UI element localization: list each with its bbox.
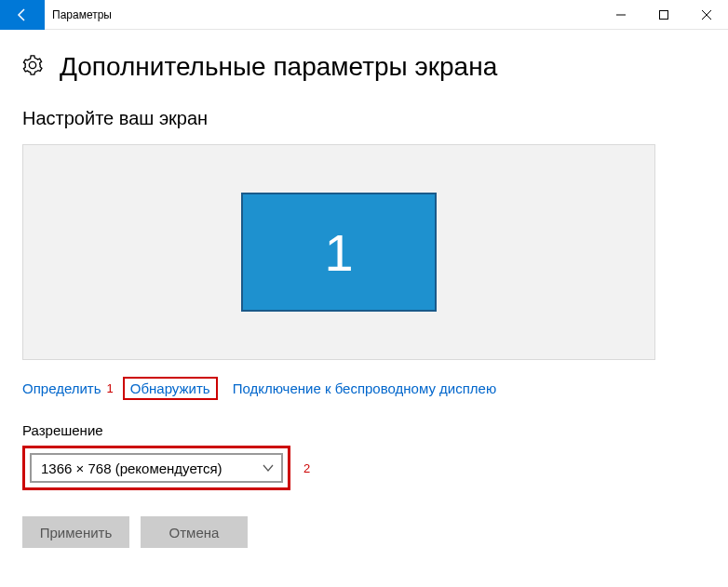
maximize-button[interactable] [642,0,685,30]
svg-rect-1 [660,10,668,19]
cancel-button[interactable]: Отмена [141,516,248,548]
resolution-value: 1366 × 768 (рекомендуется) [41,460,222,476]
annotation-2: 2 [303,461,310,475]
detect-link[interactable]: Обнаружить [130,380,210,396]
resolution-select[interactable]: 1366 × 768 (рекомендуется) [30,453,283,483]
titlebar: Параметры [0,0,728,30]
identify-link[interactable]: Определить [22,380,101,396]
chevron-down-icon [263,460,274,476]
links-row: Определить 1 Обнаружить Подключение к бе… [22,377,706,400]
app-title: Параметры [45,8,600,21]
apply-button[interactable]: Применить [22,516,129,548]
arrow-left-icon [15,7,30,22]
page-header: Дополнительные параметры экрана [22,52,706,82]
annotation-1: 1 [107,381,114,395]
gear-icon [22,55,43,79]
close-button[interactable] [685,0,728,30]
wireless-display-link[interactable]: Подключение к беспроводному дисплею [233,380,497,396]
monitor-number: 1 [324,222,353,283]
monitor-tile-1[interactable]: 1 [241,193,437,312]
back-button[interactable] [0,0,45,30]
resolution-label: Разрешение [22,422,706,438]
resolution-row: 1366 × 768 (рекомендуется) 2 [22,446,706,490]
annotation-box-2: 1366 × 768 (рекомендуется) [22,446,290,490]
section-title: Настройте ваш экран [22,108,706,129]
minimize-button[interactable] [600,0,642,30]
maximize-icon [659,10,668,20]
close-icon [702,10,711,20]
minimize-icon [616,10,626,20]
monitor-preview-area[interactable]: 1 [22,144,655,360]
annotation-box-1: Обнаружить [123,377,218,400]
page-title: Дополнительные параметры экрана [60,52,497,82]
action-buttons: Применить Отмена [22,516,706,548]
content: Дополнительные параметры экрана Настройт… [0,30,728,548]
